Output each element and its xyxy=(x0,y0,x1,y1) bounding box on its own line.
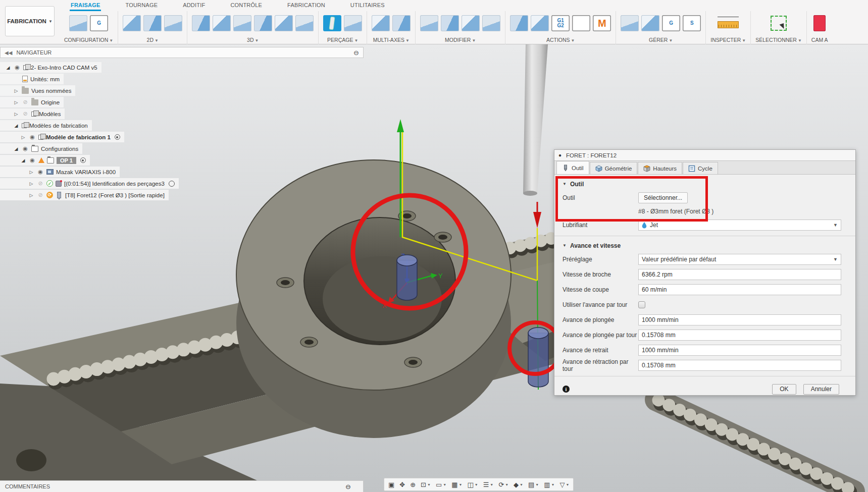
2d-pocket-icon[interactable] xyxy=(143,15,162,31)
info-icon[interactable] xyxy=(563,386,570,393)
visibility-off-icon[interactable]: ⊘ xyxy=(37,180,44,187)
tree-item-modeles-fabrication[interactable]: ◢ Modèles de fabrication xyxy=(0,120,92,131)
post-library-icon[interactable]: G xyxy=(662,15,680,31)
minimize-icon[interactable]: ⊖ xyxy=(345,483,351,490)
tab-fabrication[interactable]: FABRICATION xyxy=(286,0,326,11)
drill-icon[interactable] xyxy=(323,15,341,31)
comments-panel[interactable]: COMMENTAIRES ⊖ xyxy=(0,480,364,492)
visibility-eye-icon[interactable]: ◉ xyxy=(29,157,36,163)
visibility-eye-icon[interactable]: ◉ xyxy=(37,169,44,175)
select-box-icon[interactable] xyxy=(771,16,787,31)
expand-icon[interactable]: ◢ xyxy=(5,65,11,70)
tree-item-unites[interactable]: Unités: mm xyxy=(0,74,64,84)
visibility-off-icon[interactable]: ⊘ xyxy=(22,99,29,105)
zoom-icon[interactable]: ⊕ xyxy=(408,478,418,490)
probe-icon[interactable] xyxy=(621,15,639,31)
tab-utilitaires[interactable]: UTILITAIRES xyxy=(349,0,386,11)
2d-contour-icon[interactable] xyxy=(164,15,182,31)
select-tool-button[interactable]: Sélectionner... xyxy=(638,192,688,203)
viewports-icon[interactable]: ◫▼ xyxy=(465,478,480,490)
minimize-icon[interactable]: ⊖ xyxy=(353,49,359,57)
pan-icon[interactable]: ✥ xyxy=(397,478,407,490)
collapse-icon[interactable]: ▷ xyxy=(28,193,34,198)
dialog-collapse-icon[interactable]: ● xyxy=(558,152,561,158)
template-library-icon[interactable]: S xyxy=(683,15,701,31)
parallel-icon[interactable] xyxy=(254,15,272,31)
setup-icon[interactable] xyxy=(69,15,87,31)
tab-additif[interactable]: ADDITIF xyxy=(182,0,206,11)
preset-dropdown[interactable]: Valeur prédéfinie par défaut ▼ xyxy=(638,254,841,265)
section-avance-vitesse[interactable]: ▼ Avance et vitesse xyxy=(563,239,847,252)
tree-item-mazak[interactable]: ▷ ◉ Mazak VARIAXIS i-800 xyxy=(0,167,120,177)
tree-item-vues-nommees[interactable]: ▷ Vues nommées xyxy=(0,85,75,96)
collapse-icon[interactable]: ▷ xyxy=(20,135,26,140)
active-target-icon[interactable] xyxy=(80,157,86,163)
visibility-eye-icon[interactable]: ◉ xyxy=(22,145,29,152)
retract-feed-per-rev-input[interactable] xyxy=(638,360,841,371)
tree-item-op1[interactable]: ◢ ◉ OP 1 xyxy=(0,155,90,166)
fit-icon[interactable]: ⊡▼ xyxy=(419,478,433,490)
tree-item-modeles[interactable]: ▷ ⊘ Modèles xyxy=(0,108,65,119)
spiral-icon[interactable] xyxy=(295,15,314,31)
tree-item-modele-fabrication-1[interactable]: ▷ ◉ Modèle de fabrication 1 xyxy=(0,132,124,142)
tree-item-origine[interactable]: ▷ ⊘ Origine xyxy=(0,97,64,107)
simulate-icon[interactable] xyxy=(510,15,528,31)
grid-icon[interactable]: ▦▼ xyxy=(449,478,464,490)
screens-icon[interactable]: ▤▼ xyxy=(526,478,541,490)
surface-speed-input[interactable] xyxy=(638,284,841,295)
machine-connect-icon[interactable]: M xyxy=(593,15,611,31)
visibility-off-icon[interactable]: ⊘ xyxy=(22,111,29,117)
collapse-left-icon[interactable]: ◀◀ xyxy=(5,50,12,56)
pocket-clearing-icon[interactable] xyxy=(213,15,231,31)
adaptive-clearing-icon[interactable] xyxy=(192,15,210,31)
collapse-icon[interactable]: ▷ xyxy=(28,181,34,186)
ok-button[interactable]: OK xyxy=(772,384,796,395)
delete-toolpath-icon[interactable] xyxy=(441,15,459,31)
expand-icon[interactable]: ◢ xyxy=(13,146,19,151)
dialog-tab-hauteurs[interactable]: Hauteurs xyxy=(638,162,682,174)
expand-icon[interactable]: ◢ xyxy=(20,158,26,163)
scallop-icon[interactable] xyxy=(275,15,293,31)
columns-icon[interactable]: ▥▼ xyxy=(542,478,556,490)
look-at-icon[interactable]: ◆▼ xyxy=(512,478,525,490)
workspace-switcher[interactable]: FABRICATION▼ xyxy=(5,6,55,36)
plunge-feed-per-rev-input[interactable] xyxy=(638,330,841,341)
post-process-icon[interactable]: G1 G2 xyxy=(551,15,570,31)
tab-controle[interactable]: CONTRÔLE xyxy=(229,0,263,11)
collapse-icon[interactable]: ▷ xyxy=(13,100,19,105)
visibility-eye-icon[interactable]: ◉ xyxy=(29,134,36,140)
display-settings-icon[interactable]: ▭▼ xyxy=(434,478,448,490)
collapse-icon[interactable]: ▷ xyxy=(28,170,34,175)
measure-icon[interactable] xyxy=(718,21,739,28)
tab-tournage[interactable]: TOURNAGE xyxy=(124,0,159,11)
2d-adaptive-icon[interactable] xyxy=(123,15,141,31)
dialog-tab-cycle[interactable]: Cycle xyxy=(683,162,718,174)
active-target-icon[interactable] xyxy=(115,134,120,140)
plunge-feedrate-input[interactable] xyxy=(638,314,841,325)
dialog-title-bar[interactable]: ● FORET : FORET12 xyxy=(554,150,855,161)
tree-item-identification-percages[interactable]: ▷ ⊘ ✓ [(0:01:54)] Identification des per… xyxy=(0,178,179,189)
collapse-icon[interactable]: ▷ xyxy=(13,88,19,93)
navigator-header[interactable]: ◀◀ NAVIGATEUR ⊖ xyxy=(0,47,364,58)
machine-simulation-icon[interactable] xyxy=(531,15,549,31)
edit-points-icon[interactable] xyxy=(482,15,500,31)
steps-icon[interactable]: ☰▼ xyxy=(481,478,496,490)
ncprogram-icon[interactable]: G xyxy=(90,15,108,31)
feed-per-rev-checkbox[interactable] xyxy=(638,301,645,308)
thread-icon[interactable] xyxy=(344,15,362,31)
trim-toolpath-icon[interactable] xyxy=(420,15,438,31)
collapse-icon[interactable]: ▷ xyxy=(13,112,19,117)
retract-feedrate-input[interactable] xyxy=(638,345,841,356)
visibility-off-icon[interactable]: ⊘ xyxy=(37,192,44,198)
filter-icon[interactable]: ▽▼ xyxy=(558,478,572,490)
dialog-tab-geometrie[interactable]: Géométrie xyxy=(590,162,638,174)
orbit-icon[interactable]: ⟳▼ xyxy=(496,478,510,490)
tree-item-root[interactable]: ◢ ◉ 2- Exo-Intro CAD CAM v5 xyxy=(0,62,101,73)
setup-sheet-icon[interactable] xyxy=(572,15,590,31)
cancel-button[interactable]: Annuler xyxy=(803,384,839,395)
steep-shallow-icon[interactable] xyxy=(233,15,251,31)
dialog-tab-outil[interactable]: Outil xyxy=(556,161,589,174)
swarf-icon[interactable] xyxy=(372,15,390,31)
machine-library-icon[interactable] xyxy=(641,15,659,31)
cam-assist-icon[interactable] xyxy=(813,15,826,31)
